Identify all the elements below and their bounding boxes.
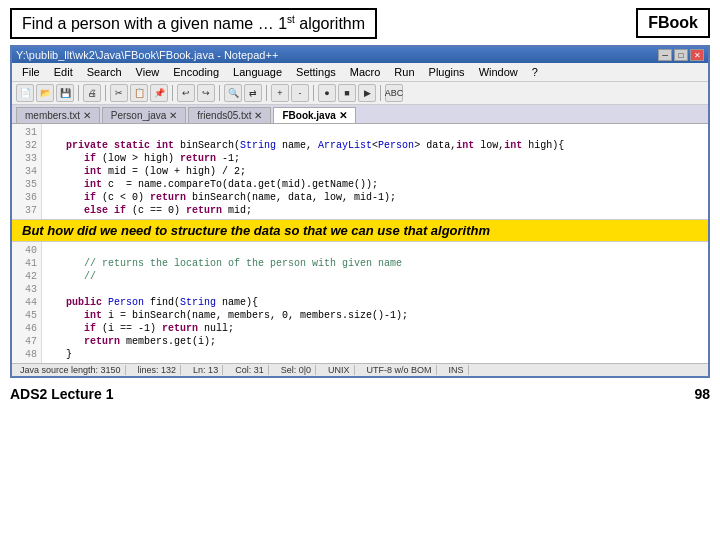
toolbar-macro2[interactable]: ■ xyxy=(338,84,356,102)
toolbar-redo[interactable]: ↪ xyxy=(197,84,215,102)
toolbar-spellcheck[interactable]: ABC xyxy=(385,84,403,102)
menu-language[interactable]: Language xyxy=(227,65,288,79)
code-line: // returns the location of the person wi… xyxy=(48,257,702,270)
line-num: 36 xyxy=(16,191,37,204)
minimize-button[interactable]: ─ xyxy=(658,49,672,61)
menu-window[interactable]: Window xyxy=(473,65,524,79)
toolbar-cut[interactable]: ✂ xyxy=(110,84,128,102)
window-title: Y:\publib_llt\wk2\Java\FBook\FBook.java … xyxy=(16,49,278,61)
toolbar-replace[interactable]: ⇄ xyxy=(244,84,262,102)
toolbar-save[interactable]: 💾 xyxy=(56,84,74,102)
menu-plugins[interactable]: Plugins xyxy=(423,65,471,79)
toolbar-sep6 xyxy=(313,85,314,101)
menu-view[interactable]: View xyxy=(130,65,166,79)
status-unix: UNIX xyxy=(324,365,355,375)
line-num: 44 xyxy=(16,296,37,309)
page-number: 98 xyxy=(694,386,710,402)
code-area-bottom: 40 41 42 43 44 45 46 47 48 // returns th… xyxy=(12,242,708,363)
tab-members[interactable]: members.txt ✕ xyxy=(16,107,100,123)
toolbar-zoomout[interactable]: - xyxy=(291,84,309,102)
bottom-bar: ADS2 Lecture 1 98 xyxy=(0,380,720,408)
title-sup: st xyxy=(287,14,295,25)
code-line: } xyxy=(48,348,702,361)
toolbar: 📄 📂 💾 🖨 ✂ 📋 📌 ↩ ↪ 🔍 ⇄ + - ● ■ ▶ ABC xyxy=(12,82,708,105)
status-lines: lines: 132 xyxy=(134,365,182,375)
slide-title: Find a person with a given name … 1st al… xyxy=(10,8,377,39)
title-suffix: algorithm xyxy=(295,15,365,32)
tab-friends[interactable]: friends05.txt ✕ xyxy=(188,107,271,123)
highlight-bar: But how did we need to structure the dat… xyxy=(12,219,708,242)
status-encoding: UTF-8 w/o BOM xyxy=(363,365,437,375)
code-line xyxy=(48,283,702,296)
line-num: 34 xyxy=(16,165,37,178)
toolbar-sep5 xyxy=(266,85,267,101)
window-titlebar: Y:\publib_llt\wk2\Java\FBook\FBook.java … xyxy=(12,47,708,63)
toolbar-undo[interactable]: ↩ xyxy=(177,84,195,102)
code-content-top: private static int binSearch(String name… xyxy=(42,124,708,219)
code-content-bottom: // returns the location of the person wi… xyxy=(42,242,708,363)
notepad-window: Y:\publib_llt\wk2\Java\FBook\FBook.java … xyxy=(10,45,710,378)
menu-file[interactable]: File xyxy=(16,65,46,79)
code-line: // xyxy=(48,270,702,283)
code-area-top: 31 32 33 34 35 36 37 private static int … xyxy=(12,124,708,219)
line-num: 37 xyxy=(16,204,37,217)
close-button[interactable]: ✕ xyxy=(690,49,704,61)
title-text: Find a person with a given name … 1 xyxy=(22,15,287,32)
line-num: 31 xyxy=(16,126,37,139)
menu-bar: File Edit Search View Encoding Language … xyxy=(12,63,708,82)
toolbar-zoomin[interactable]: + xyxy=(271,84,289,102)
menu-encoding[interactable]: Encoding xyxy=(167,65,225,79)
status-bar: Java source length: 3150 lines: 132 Ln: … xyxy=(12,363,708,376)
toolbar-macro3[interactable]: ▶ xyxy=(358,84,376,102)
toolbar-open[interactable]: 📂 xyxy=(36,84,54,102)
status-col: Col: 31 xyxy=(231,365,269,375)
menu-search[interactable]: Search xyxy=(81,65,128,79)
line-num: 40 xyxy=(16,244,37,257)
tab-fbook[interactable]: FBook.java ✕ xyxy=(273,107,355,123)
menu-edit[interactable]: Edit xyxy=(48,65,79,79)
line-num: 45 xyxy=(16,309,37,322)
toolbar-new[interactable]: 📄 xyxy=(16,84,34,102)
toolbar-paste[interactable]: 📌 xyxy=(150,84,168,102)
menu-help[interactable]: ? xyxy=(526,65,544,79)
toolbar-find[interactable]: 🔍 xyxy=(224,84,242,102)
toolbar-sep3 xyxy=(172,85,173,101)
menu-run[interactable]: Run xyxy=(388,65,420,79)
line-num: 41 xyxy=(16,257,37,270)
code-line: else if (c == 0) return mid; xyxy=(48,204,702,217)
menu-settings[interactable]: Settings xyxy=(290,65,342,79)
code-line: if (i == -1) return null; xyxy=(48,322,702,335)
code-line: return members.get(i); xyxy=(48,335,702,348)
code-line: int c = name.compareTo(data.get(mid).get… xyxy=(48,178,702,191)
line-num: 33 xyxy=(16,152,37,165)
maximize-button[interactable]: □ xyxy=(674,49,688,61)
line-numbers-top: 31 32 33 34 35 36 37 xyxy=(12,124,42,219)
toolbar-sep1 xyxy=(78,85,79,101)
status-ins: INS xyxy=(445,365,469,375)
line-num: 48 xyxy=(16,348,37,361)
toolbar-sep7 xyxy=(380,85,381,101)
code-line: int i = binSearch(name, members, 0, memb… xyxy=(48,309,702,322)
menu-macro[interactable]: Macro xyxy=(344,65,387,79)
toolbar-macro1[interactable]: ● xyxy=(318,84,336,102)
code-line: private static int binSearch(String name… xyxy=(48,139,702,152)
status-sel: Sel: 0|0 xyxy=(277,365,316,375)
code-line: int mid = (low + high) / 2; xyxy=(48,165,702,178)
toolbar-sep2 xyxy=(105,85,106,101)
toolbar-copy[interactable]: 📋 xyxy=(130,84,148,102)
tab-person[interactable]: Person_java ✕ xyxy=(102,107,186,123)
line-num: 43 xyxy=(16,283,37,296)
code-line: if (c < 0) return binSearch(name, data, … xyxy=(48,191,702,204)
line-num: 47 xyxy=(16,335,37,348)
code-line xyxy=(48,126,702,139)
toolbar-sep4 xyxy=(219,85,220,101)
line-num: 42 xyxy=(16,270,37,283)
status-ln: Ln: 13 xyxy=(189,365,223,375)
lecture-label: ADS2 Lecture 1 xyxy=(10,386,113,402)
window-controls: ─ □ ✕ xyxy=(658,49,704,61)
toolbar-print[interactable]: 🖨 xyxy=(83,84,101,102)
tabs-bar: members.txt ✕ Person_java ✕ friends05.tx… xyxy=(12,105,708,124)
code-line: public Person find(String name){ xyxy=(48,296,702,309)
status-length: Java source length: 3150 xyxy=(16,365,126,375)
code-line: if (low > high) return -1; xyxy=(48,152,702,165)
